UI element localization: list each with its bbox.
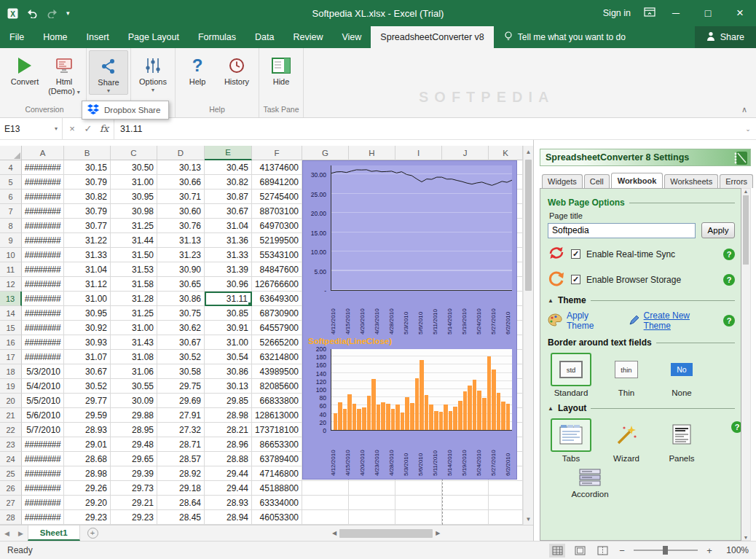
row-header-12[interactable]: 12 <box>0 277 22 292</box>
apply-button[interactable]: Apply <box>701 222 735 238</box>
cell-A6[interactable]: ######## <box>22 189 64 204</box>
cell-A25[interactable]: ######## <box>22 466 64 481</box>
cell-D25[interactable]: 28.92 <box>157 466 205 481</box>
cell-F23[interactable]: 86653300 <box>252 437 302 452</box>
row-header-7[interactable]: 7 <box>0 204 22 219</box>
cell-D16[interactable]: 30.67 <box>157 335 205 350</box>
cell-C23[interactable]: 29.48 <box>111 437 157 452</box>
expand-formula-bar-icon[interactable]: ⌄ <box>740 118 756 139</box>
cell-E8[interactable]: 31.04 <box>205 219 252 233</box>
history-button[interactable]: History <box>217 50 256 87</box>
cell-D14[interactable]: 30.75 <box>157 306 205 321</box>
cell-F22[interactable]: 173718100 <box>252 423 302 437</box>
row-header-14[interactable]: 14 <box>0 306 22 321</box>
taskpane-tab-errors[interactable]: Errors <box>720 174 753 188</box>
cell-A4[interactable]: ######## <box>22 160 64 175</box>
cell-B24[interactable]: 28.68 <box>64 452 111 466</box>
cell-A28[interactable]: ######## <box>22 510 64 525</box>
cell-E20[interactable]: 29.85 <box>205 394 252 408</box>
ribbon-tab-home[interactable]: Home <box>34 26 76 48</box>
theme-section-heading[interactable]: ▲ Theme <box>548 295 735 305</box>
cell-D20[interactable]: 29.69 <box>157 394 205 408</box>
row-header-16[interactable]: 16 <box>0 335 22 350</box>
cell-A26[interactable]: ######## <box>22 481 64 496</box>
browser-storage-checkbox[interactable]: ✓ <box>571 275 580 284</box>
cell-F25[interactable]: 47146800 <box>252 466 302 481</box>
stock-chart-object[interactable]: 30.0025.0020.0015.0010.005.00- 4/12/2010… <box>302 160 517 480</box>
collapse-ribbon-icon[interactable]: ∧ <box>741 105 747 114</box>
scroll-right-icon[interactable]: ▶ <box>433 530 443 536</box>
cell-A18[interactable]: 5/3/2010 <box>22 364 64 379</box>
column-header-J[interactable]: J <box>442 146 489 160</box>
cell-A27[interactable]: ######## <box>22 496 64 510</box>
scroll-up-icon[interactable]: ▲ <box>744 189 749 194</box>
cell-G28[interactable] <box>302 510 349 525</box>
cell-A10[interactable]: ######## <box>22 248 64 262</box>
cell-H27[interactable] <box>349 496 395 510</box>
cell-B17[interactable]: 31.07 <box>64 350 111 364</box>
cell-C6[interactable]: 30.95 <box>111 189 157 204</box>
cell-F14[interactable]: 68730900 <box>252 306 302 321</box>
cell-D8[interactable]: 30.76 <box>157 219 205 233</box>
cell-K28[interactable] <box>489 510 523 525</box>
cell-C22[interactable]: 28.95 <box>111 423 157 437</box>
cell-E14[interactable]: 30.85 <box>205 306 252 321</box>
cell-F12[interactable]: 126766600 <box>252 277 302 292</box>
cell-E6[interactable]: 30.87 <box>205 189 252 204</box>
row-header-10[interactable]: 10 <box>0 248 22 262</box>
scroll-down-icon[interactable]: ▼ <box>744 535 749 540</box>
cell-D11[interactable]: 30.90 <box>157 262 205 277</box>
column-header-C[interactable]: C <box>111 146 157 160</box>
cell-C16[interactable]: 31.43 <box>111 335 157 350</box>
cell-C21[interactable]: 29.88 <box>111 408 157 423</box>
cell-B12[interactable]: 31.12 <box>64 277 111 292</box>
cell-B15[interactable]: 30.92 <box>64 321 111 335</box>
cell-B23[interactable]: 29.01 <box>64 437 111 452</box>
cell-D10[interactable]: 31.23 <box>157 248 205 262</box>
cell-F17[interactable]: 63214800 <box>252 350 302 364</box>
cell-F5[interactable]: 68941200 <box>252 175 302 189</box>
help-icon[interactable]: ? <box>723 274 735 286</box>
cell-D28[interactable]: 28.45 <box>157 510 205 525</box>
cell-D9[interactable]: 31.13 <box>157 233 205 248</box>
scrollbar-thumb[interactable] <box>743 195 749 265</box>
convert-button[interactable]: Convert <box>5 50 44 87</box>
cell-A23[interactable]: ######## <box>22 437 64 452</box>
layout-option-wizard[interactable]: Wizard <box>606 418 647 463</box>
share-workbook-button[interactable]: Share <box>695 26 756 48</box>
cell-F19[interactable]: 82085600 <box>252 379 302 394</box>
ribbon-tab-formulas[interactable]: Formulas <box>189 26 245 48</box>
cell-E11[interactable]: 31.39 <box>205 262 252 277</box>
zoom-out-icon[interactable]: − <box>617 545 627 556</box>
sheet-nav-right-icon[interactable]: ▶ <box>14 525 28 541</box>
taskpane-tab-cell[interactable]: Cell <box>584 174 610 188</box>
cell-E17[interactable]: 30.54 <box>205 350 252 364</box>
row-header-13[interactable]: 13 <box>0 292 22 306</box>
sheet-tab-sheet1[interactable]: Sheet1 <box>28 525 80 541</box>
help-icon[interactable]: ? <box>723 315 735 327</box>
row-header-22[interactable]: 22 <box>0 423 22 437</box>
cell-F15[interactable]: 64557900 <box>252 321 302 335</box>
cell-C7[interactable]: 30.98 <box>111 204 157 219</box>
new-sheet-button[interactable]: + <box>87 528 98 539</box>
cell-E26[interactable]: 29.44 <box>205 481 252 496</box>
cancel-icon[interactable]: × <box>64 123 80 134</box>
cell-F6[interactable]: 52745400 <box>252 189 302 204</box>
layout-option-panels[interactable]: Panels <box>661 418 702 463</box>
cell-E5[interactable]: 30.82 <box>205 175 252 189</box>
cell-C27[interactable]: 29.21 <box>111 496 157 510</box>
row-header-23[interactable]: 23 <box>0 437 22 452</box>
cell-E27[interactable]: 28.93 <box>205 496 252 510</box>
cell-F28[interactable]: 46053300 <box>252 510 302 525</box>
cell-C25[interactable]: 29.39 <box>111 466 157 481</box>
cell-A8[interactable]: ######## <box>22 219 64 233</box>
cell-D4[interactable]: 30.13 <box>157 160 205 175</box>
row-header-26[interactable]: 26 <box>0 481 22 496</box>
scrollbar-thumb[interactable] <box>339 529 433 538</box>
cell-E24[interactable]: 28.88 <box>205 452 252 466</box>
help-icon[interactable]: ? <box>723 249 735 260</box>
zoom-slider-thumb[interactable] <box>663 546 668 555</box>
row-header-28[interactable]: 28 <box>0 510 22 525</box>
cell-C24[interactable]: 29.65 <box>111 452 157 466</box>
page-title-input[interactable] <box>548 223 696 238</box>
